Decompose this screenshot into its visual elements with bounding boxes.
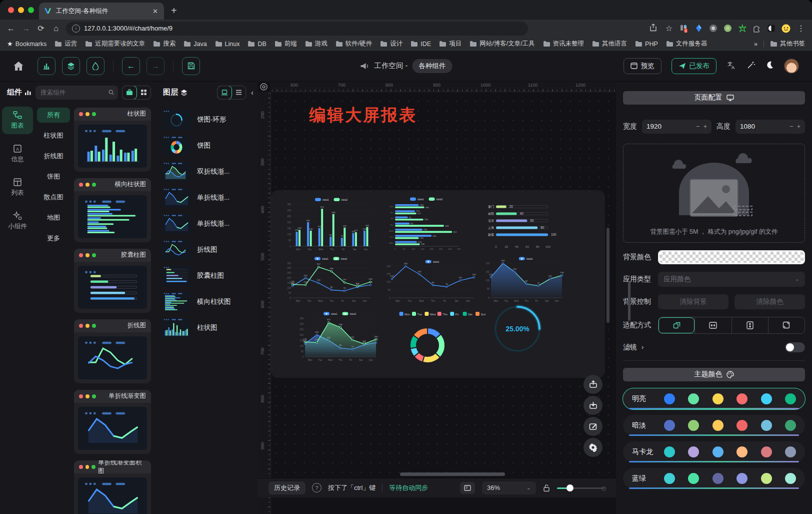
home-icon[interactable]: ⌂: [51, 24, 61, 33]
panel-scrollbar[interactable]: [628, 281, 630, 321]
chevron-right-icon[interactable]: ›: [642, 343, 644, 351]
translate-icon[interactable]: 文A: [726, 61, 736, 72]
height-stepper[interactable]: 1080 −+: [736, 120, 805, 134]
component-card[interactable]: 横向柱状图: [74, 178, 151, 242]
extension-gray-circle-icon[interactable]: [709, 24, 718, 33]
layers-panel-toggle-button[interactable]: [62, 57, 80, 75]
component-card[interactable]: 柱状图: [74, 108, 151, 172]
layer-item[interactable]: 饼图: [160, 133, 254, 159]
bookmark-folder[interactable]: 文件服务器: [666, 40, 708, 48]
bookmark-folder[interactable]: 项目: [439, 40, 462, 48]
theme-row[interactable]: 马卡龙: [623, 441, 805, 462]
details-panel-toggle-button[interactable]: [86, 57, 104, 75]
collapse-layers-chevron[interactable]: ‹: [251, 88, 254, 97]
bookmark-folder[interactable]: 其他语言: [592, 40, 627, 48]
component-card[interactable]: 折线图: [74, 319, 151, 383]
profile-avatar-icon[interactable]: [782, 24, 790, 33]
component-search-input[interactable]: [40, 89, 106, 97]
dashboard-chart-capsule[interactable]: 厦门20南阳40北京60上海80新疆100020406080100: [481, 201, 563, 249]
height-increment[interactable]: +: [796, 123, 800, 130]
other-bookmarks-folder[interactable]: 其他书签: [770, 40, 805, 48]
component-card[interactable]: 单折线渐变面积图: [74, 460, 151, 514]
nav-item-list[interactable]: 列表: [2, 174, 33, 201]
zoom-window-button[interactable]: [28, 7, 34, 13]
category-item[interactable]: 更多: [37, 231, 70, 246]
help-icon[interactable]: ?: [312, 483, 322, 492]
layer-item[interactable]: 横向柱状图: [160, 289, 254, 315]
new-tab-button[interactable]: +: [171, 5, 177, 17]
zoom-slider[interactable]: [557, 484, 605, 491]
extension-darkreader-icon[interactable]: [767, 24, 776, 33]
reload-icon[interactable]: ⟳: [36, 24, 46, 33]
bookmark-folder[interactable]: Java: [184, 40, 206, 48]
layer-item[interactable]: 双折线渐...: [160, 159, 254, 185]
bookmarks-manager[interactable]: ★ Bookmarks: [7, 40, 46, 48]
canvas-text-banner[interactable]: 编辑大屏报表: [309, 104, 417, 127]
single-view-toggle[interactable]: [122, 86, 137, 100]
bookmark-folder[interactable]: 运营: [54, 40, 77, 48]
back-icon[interactable]: ←: [6, 24, 16, 33]
height-decrement[interactable]: −: [790, 123, 794, 130]
dark-mode-moon-icon[interactable]: [766, 61, 774, 71]
layers-thumbnail-view-toggle[interactable]: [217, 86, 232, 100]
nav-item-charts[interactable]: 图表: [2, 107, 33, 134]
layer-item[interactable]: 饼图-环形: [160, 107, 254, 133]
extension-kite-icon[interactable]: [694, 24, 703, 33]
extension-password-icon[interactable]: g: [680, 24, 688, 33]
app-type-select[interactable]: 应用颜色 ⌄: [658, 272, 805, 287]
bookmark-folder[interactable]: DB: [248, 40, 266, 48]
category-item[interactable]: 柱状图: [37, 128, 70, 143]
theme-row[interactable]: 暗淡: [623, 415, 805, 436]
bookmark-folder[interactable]: 搜索: [153, 40, 176, 48]
bookmark-folder[interactable]: IDE: [410, 40, 431, 48]
nav-item-widgets[interactable]: 小组件: [2, 207, 33, 235]
editor-canvas[interactable]: 6007008009001000110012001300 20030040050…: [258, 82, 616, 514]
canvas-vertical-scrollbar[interactable]: [606, 228, 610, 323]
share-icon[interactable]: [648, 24, 658, 34]
bookmark-folder[interactable]: PHP: [635, 40, 658, 48]
import-button[interactable]: [584, 396, 602, 415]
unlock-icon[interactable]: [543, 484, 550, 492]
preview-button[interactable]: 预览: [624, 58, 662, 74]
bookmark-folder[interactable]: 近期需要读的文章: [85, 40, 145, 48]
dashboard-chart-line-gradient-area[interactable]: 050100150200250300350MonTueWedThuFriSatS…: [295, 310, 379, 363]
theme-row[interactable]: 明亮: [623, 388, 805, 409]
dashboard-preview[interactable]: 050100150200250300350MonTueWedThuFriSatS…: [271, 190, 605, 378]
forward-icon[interactable]: →: [21, 24, 31, 33]
category-item[interactable]: 饼图: [37, 169, 70, 184]
slider-knob[interactable]: [566, 484, 574, 491]
filter-toggle[interactable]: [785, 342, 805, 352]
bookmark-folder[interactable]: 游戏: [305, 40, 328, 48]
fit-scale-option[interactable]: [658, 317, 694, 333]
dashboard-chart-line-single[interactable]: 050100150200MonTueWedThuFriSatSundata112…: [382, 258, 477, 304]
category-item[interactable]: 散点图: [37, 190, 70, 205]
nav-item-info[interactable]: A 信息: [2, 140, 33, 168]
bookmark-folder[interactable]: Linux: [215, 40, 240, 48]
component-card[interactable]: 单折线渐变图: [74, 390, 151, 454]
export-button[interactable]: [584, 375, 602, 394]
category-item[interactable]: 地图: [37, 210, 70, 225]
layer-item[interactable]: 单折线渐...: [160, 211, 254, 237]
clear-background-button[interactable]: 清除背景: [658, 294, 728, 309]
fit-stretch-option[interactable]: [768, 317, 804, 333]
browser-tab[interactable]: 工作空间-各种组件 ✕: [39, 3, 164, 20]
settings-gear-button[interactable]: [584, 438, 602, 457]
history-button[interactable]: 历史记录: [268, 481, 306, 494]
bookmark-folder[interactable]: 前端: [274, 40, 297, 48]
extension-puzzle-icon[interactable]: [752, 24, 761, 33]
bookmark-star-icon[interactable]: ☆: [664, 24, 674, 33]
dashboard-chart-ring-progress[interactable]: 25.00%: [488, 296, 548, 359]
user-avatar[interactable]: [784, 59, 799, 74]
layer-item[interactable]: 单折线渐...: [160, 185, 254, 211]
extension-green-circle-icon[interactable]: [724, 24, 732, 33]
bg-color-swatch[interactable]: [658, 250, 805, 264]
grid-view-toggle[interactable]: [136, 86, 150, 99]
width-increment[interactable]: +: [703, 123, 707, 130]
bookmark-folder[interactable]: 网站/博客/文章/工具: [470, 40, 534, 48]
dashboard-chart-bar-grouped[interactable]: 050100150200250300350MonTueWedThuFriSatS…: [282, 196, 374, 252]
width-decrement[interactable]: −: [696, 123, 700, 130]
redo-button[interactable]: →: [146, 57, 164, 75]
zoom-select[interactable]: 36% ⌄: [482, 481, 536, 494]
bookmarks-overflow-chevron[interactable]: »: [754, 41, 758, 48]
app-home-icon[interactable]: [13, 61, 24, 71]
